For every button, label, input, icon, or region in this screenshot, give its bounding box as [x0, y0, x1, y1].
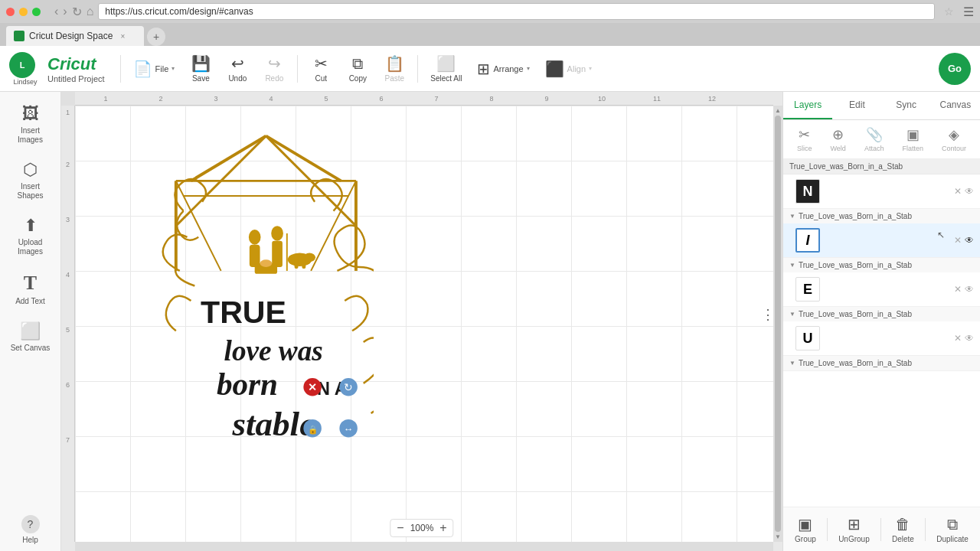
layer-visibility-i-button[interactable]: 👁 [965, 235, 974, 246]
layer-group-2-header[interactable]: ▼ True_Love_was_Born_in_a_Stab [783, 209, 980, 223]
select-all-button[interactable]: ⬜ Select All [424, 51, 468, 86]
scroll-up-arrow[interactable]: ▲ [775, 107, 781, 114]
url-bar[interactable]: https://us.cricut.com/design/#canvas [98, 3, 935, 20]
ruler-mark-6: 6 [354, 95, 409, 103]
duplicate-button[interactable]: ⧉ Duplicate [936, 516, 969, 543]
arrange-button[interactable]: ⊞ Arrange ▾ [471, 57, 535, 81]
close-dot[interactable] [6, 8, 15, 16]
layer-close-u-button[interactable]: ✕ [954, 333, 962, 344]
active-tab[interactable]: Cricut Design Space × [6, 26, 144, 46]
layer-char-e: E [803, 282, 812, 298]
attach-tool[interactable]: 📎 Attach [864, 126, 884, 152]
svg-rect-18 [302, 259, 305, 269]
save-icon: 💾 [191, 54, 211, 73]
delete-button[interactable]: 🗑 Delete [892, 516, 914, 543]
tab-close-button[interactable]: × [120, 32, 125, 41]
align-button[interactable]: ⬛ Align ▾ [539, 57, 598, 81]
slice-tool[interactable]: ✂ Slice [797, 126, 812, 152]
cursor-indicator: ↖ [937, 230, 945, 240]
layer-group-5-header[interactable]: ▼ True_Love_was_Born_in_a_Stab [783, 356, 980, 370]
user-avatar[interactable]: L [9, 52, 35, 78]
user-menu[interactable]: L Lindsey [9, 52, 41, 86]
layer-visibility-e-button[interactable]: 👁 [965, 284, 974, 295]
copy-button[interactable]: ⧉ Copy [341, 52, 374, 86]
url-text: https://us.cricut.com/design/#canvas [105, 6, 253, 17]
layer-item-n[interactable]: N ✕ 👁 [783, 174, 980, 208]
maximize-dot[interactable] [32, 8, 41, 16]
layer-close-e-button[interactable]: ✕ [954, 284, 962, 295]
sidebar-item-help[interactable]: ? Help [3, 509, 58, 551]
attach-icon: 📎 [866, 126, 883, 143]
scrollbar-vertical[interactable]: ▲ ▼ [773, 106, 782, 542]
layer-item-u[interactable]: U ✕ 👁 [783, 321, 980, 355]
toolbar-separator-1 [120, 55, 121, 83]
layer-group-3-chevron: ▼ [789, 262, 795, 269]
go-button[interactable]: Go [939, 53, 971, 85]
canvas-scroll-area[interactable]: TRUE love was born IN A stable ✕ ↻ [75, 106, 773, 542]
footer-sep-1 [827, 518, 828, 541]
bookmark-icon[interactable]: ☆ [944, 5, 954, 18]
tab-edit[interactable]: Edit [832, 92, 881, 119]
tab-sync[interactable]: Sync [882, 92, 931, 119]
duplicate-label: Duplicate [936, 535, 969, 543]
scrollbar-horizontal[interactable] [75, 542, 773, 551]
cut-button[interactable]: ✂ Cut [304, 51, 338, 86]
main-area: 🖼 Insert Images ⬡ Insert Shapes ⬆ Upload… [0, 92, 980, 551]
tab-canvas[interactable]: Canvas [931, 92, 980, 119]
sidebar-item-add-text[interactable]: T Add Text [3, 266, 58, 312]
redo-button[interactable]: ↪ Redo [257, 51, 291, 86]
home-button[interactable]: ⌂ [87, 5, 94, 18]
svg-text:✕: ✕ [308, 382, 317, 393]
sidebar-item-set-canvas[interactable]: ⬜ Set Canvas [3, 315, 58, 359]
flatten-tool[interactable]: ▣ Flatten [902, 126, 923, 152]
ruler-mark-8: 8 [464, 95, 519, 103]
layer-item-e[interactable]: E ✕ 👁 [783, 272, 980, 306]
svg-point-16 [260, 259, 273, 267]
weld-tool[interactable]: ⊕ Weld [831, 126, 846, 152]
insert-images-icon: 🖼 [22, 104, 39, 124]
tab-favicon [14, 31, 24, 41]
overflow-menu-button[interactable]: ⋮ [761, 306, 775, 323]
layer-group-3-header[interactable]: ▼ True_Love_was_Born_in_a_Stab [783, 258, 980, 272]
sidebar-item-insert-images[interactable]: 🖼 Insert Images [3, 98, 58, 151]
canvas-area: 1 2 3 4 5 6 7 8 9 10 11 12 1 2 3 [61, 92, 782, 551]
ungroup-button[interactable]: ⊞ UnGroup [838, 515, 870, 543]
forward-button[interactable]: › [63, 5, 67, 18]
tab-layers[interactable]: Layers [783, 92, 832, 119]
layer-item-i[interactable]: I ✕ 👁 ↖ [783, 223, 980, 257]
zoom-in-button[interactable]: + [439, 521, 446, 535]
ruler-v-mark-5: 5 [66, 326, 70, 381]
file-button[interactable]: 📄 File ▾ [127, 57, 181, 81]
attach-label: Attach [864, 145, 884, 152]
tab-edit-label: Edit [849, 99, 865, 110]
paste-button[interactable]: 📋 Paste [377, 51, 411, 86]
ruler-mark-3: 3 [188, 95, 243, 103]
contour-tool[interactable]: ◈ Contour [942, 126, 966, 152]
scroll-thumb-vertical[interactable] [775, 116, 781, 532]
new-tab-button[interactable]: + [147, 28, 165, 46]
canvas-artwork[interactable]: TRUE love was born IN A stable ✕ ↻ [113, 121, 374, 488]
browser-menu-icon[interactable]: ☰ [963, 5, 974, 19]
ruler-mark-11: 11 [629, 95, 684, 103]
layer-group-4-header[interactable]: ▼ True_Love_was_Born_in_a_Stab [783, 307, 980, 321]
file-arrow-icon: ▾ [172, 65, 175, 72]
file-label: File [155, 64, 169, 73]
align-icon: ⬛ [545, 60, 564, 78]
save-button[interactable]: 💾 Save [184, 51, 217, 86]
sidebar-item-insert-shapes[interactable]: ⬡ Insert Shapes [3, 154, 58, 207]
layer-close-n-button[interactable]: ✕ [954, 186, 962, 197]
project-name: Untitled Project [47, 74, 105, 83]
undo-button[interactable]: ↩ Undo [220, 51, 254, 86]
layer-visibility-u-button[interactable]: 👁 [965, 333, 974, 344]
layer-close-i-button[interactable]: ✕ [954, 235, 962, 246]
minimize-dot[interactable] [19, 8, 28, 16]
add-text-icon: T [24, 272, 37, 295]
sidebar-item-upload-images[interactable]: ⬆ Upload Images [3, 210, 58, 262]
zoom-out-button[interactable]: − [397, 521, 403, 535]
svg-text:TRUE: TRUE [201, 295, 286, 330]
back-button[interactable]: ‹ [54, 5, 58, 18]
refresh-button[interactable]: ↻ [72, 5, 82, 19]
layer-visibility-n-button[interactable]: 👁 [965, 186, 974, 197]
scroll-down-arrow[interactable]: ▼ [775, 533, 781, 540]
group-button[interactable]: ▣ Group [795, 515, 816, 543]
